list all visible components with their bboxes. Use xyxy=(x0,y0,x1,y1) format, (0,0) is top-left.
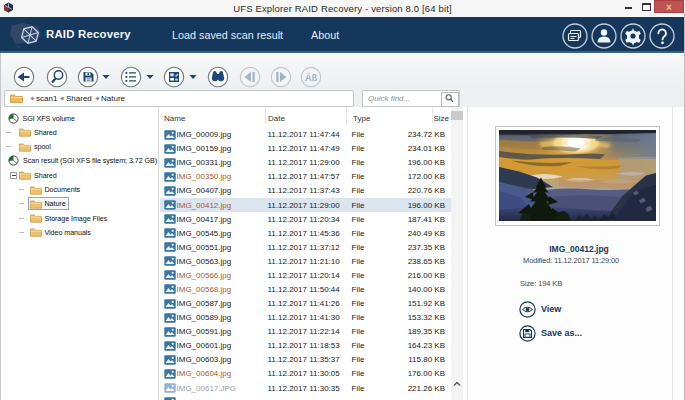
svg-text:Äß: Äß xyxy=(305,72,318,83)
